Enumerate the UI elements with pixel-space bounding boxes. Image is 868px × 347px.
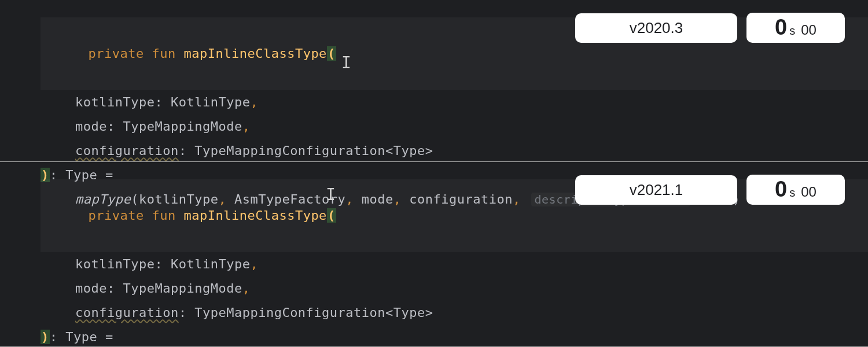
timer-s-label: s [789, 186, 795, 200]
code-line-return: ): Type = [41, 325, 868, 347]
open-paren: ( [327, 46, 336, 61]
param-name: mode [75, 119, 107, 134]
equals: = [105, 330, 113, 344]
close-paren: ) [41, 330, 50, 344]
param-name: kotlinType [75, 257, 155, 271]
open-paren: ( [327, 208, 336, 223]
return-type: Type [65, 330, 97, 344]
param-name: kotlinType [75, 95, 155, 109]
overlay-badges: v2021.1 0s 00 [575, 175, 845, 205]
generic-type: Type [393, 305, 425, 320]
lt: < [385, 143, 393, 158]
code-line-param1: kotlinType: KotlinType, [41, 90, 868, 115]
comma: , [250, 95, 258, 109]
keyword-private: private [88, 46, 144, 61]
overlay-badges: v2020.3 0s 00 [575, 13, 845, 43]
comparison-pane-bottom: private fun mapInlineClassType( kotlinTy… [0, 162, 868, 347]
code-line-param2: mode: TypeMappingMode, [41, 276, 868, 301]
gt: > [425, 305, 433, 320]
keyword-fun: fun [152, 208, 175, 223]
timer-badge: 0s 00 [746, 175, 845, 205]
code-line-param1: kotlinType: KotlinType, [41, 252, 868, 276]
timer-seconds: 0 [775, 16, 787, 38]
comma: , [242, 281, 251, 296]
timer-seconds: 0 [775, 178, 787, 200]
timer-badge: 0s 00 [746, 13, 845, 43]
code-line-param2: mode: TypeMappingMode, [41, 115, 868, 139]
param-type: TypeMappingConfiguration [194, 143, 385, 158]
param-name-warn: configuration [75, 143, 179, 158]
code-line-param3: configuration: TypeMappingConfiguration<… [41, 301, 868, 325]
lt: < [385, 305, 393, 320]
param-name: mode [75, 281, 107, 296]
comma: , [242, 119, 251, 134]
timer-ms: 00 [801, 184, 816, 200]
comparison-pane-top: private fun mapInlineClassType( kotlinTy… [0, 0, 868, 162]
param-type: KotlinType [171, 95, 250, 109]
timer-ms: 00 [801, 22, 816, 38]
param-type: TypeMappingConfiguration [194, 305, 385, 320]
param-type: TypeMappingMode [123, 119, 242, 134]
version-badge: v2020.3 [575, 13, 737, 43]
param-name-warn: configuration [75, 305, 179, 320]
param-type: KotlinType [171, 257, 250, 271]
function-name: mapInlineClassType [183, 208, 326, 223]
generic-type: Type [393, 143, 425, 158]
timer-s-label: s [789, 24, 795, 38]
function-name: mapInlineClassType [183, 46, 326, 61]
version-badge: v2021.1 [575, 175, 737, 205]
keyword-fun: fun [152, 46, 175, 61]
param-type: TypeMappingMode [123, 281, 242, 296]
code-line-param3: configuration: TypeMappingConfiguration<… [41, 139, 868, 163]
comma: , [250, 257, 258, 271]
gt: > [425, 143, 433, 158]
keyword-private: private [88, 208, 144, 223]
